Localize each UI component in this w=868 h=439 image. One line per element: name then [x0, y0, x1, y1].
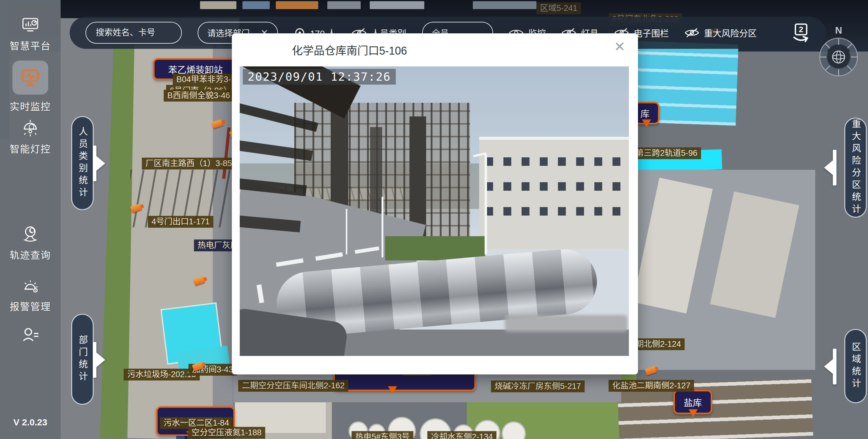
tab-label: 人员类别统计 — [76, 127, 89, 200]
map-camera-label[interactable]: 二期空分空压车间北侧2-162 — [238, 380, 348, 392]
map-building — [473, 1, 536, 9]
mode-2d-icon: 2 — [790, 22, 811, 43]
search-input-pill[interactable] — [86, 22, 182, 43]
compass-north-label: N — [817, 26, 860, 35]
map-camera-label[interactable]: 烧碱冷冻厂房东侧5-217 — [491, 380, 585, 392]
trajectory-query-icon — [21, 225, 40, 243]
expand-arrow-icon[interactable] — [833, 150, 836, 185]
realtime-monitor-icon — [20, 68, 41, 87]
sidebar: 智慧平台 实时监控 — [0, 0, 61, 439]
app-version: V 2.0.23 — [0, 417, 61, 428]
close-icon[interactable]: ✕ — [614, 40, 625, 53]
tab-major-risk-zone-stats[interactable]: 重大风险分区统计 — [844, 118, 867, 218]
video-timestamp: 2023/09/01 12:37:26 — [243, 69, 396, 85]
map-camera-label[interactable]: 污水垃圾场-202.13 — [124, 369, 200, 380]
map-building — [200, 1, 237, 9]
smart-platform-icon — [21, 17, 40, 34]
tab-label: 部门统计 — [76, 335, 89, 383]
expand-arrow-icon[interactable] — [93, 146, 96, 181]
map-building — [370, 1, 424, 9]
sidebar-item-person-list[interactable] — [0, 326, 61, 343]
sidebar-item-label: 实时监控 — [10, 99, 51, 113]
sidebar-item-label: 轨迹查询 — [10, 247, 51, 261]
mode-2d-button[interactable]: 2 — [790, 22, 811, 43]
redacted-watermark — [505, 315, 627, 332]
modal-title: 化学品仓库南门口5-106 — [292, 42, 407, 58]
map-camera-label[interactable]: 区域5-241 — [536, 2, 581, 14]
map-building — [327, 1, 361, 9]
active-item-highlight — [12, 61, 48, 95]
tab-label: 区域统计 — [849, 342, 862, 390]
map-camera-label[interactable]: 空分空压液氮1-188 — [188, 427, 265, 439]
sidebar-item-smart-platform[interactable]: 智慧平台 — [0, 17, 61, 52]
sidebar-item-smart-lamp[interactable]: 智能灯控 — [0, 119, 61, 155]
map-camera-label[interactable]: 化盐池二期南侧2-127 — [609, 380, 694, 392]
compass[interactable]: N — [817, 26, 860, 78]
app-root: 苯乙烯装卸站污水处理装置盐库库B04甲苯非芳3-106号门南（3-96）B西南侧… — [0, 0, 868, 439]
smart-lamp-icon — [21, 119, 40, 137]
map-building — [243, 1, 270, 9]
tab-label: 重大风险分区统计 — [849, 119, 862, 216]
camera-feed: 2023/09/01 12:37:26 — [240, 66, 629, 356]
svg-text:2: 2 — [799, 25, 803, 34]
map-camera-label[interactable]: 热电5#东侧3号 — [351, 431, 413, 439]
person-list-icon — [21, 326, 40, 343]
toggle-label: 电子围栏 — [634, 26, 669, 39]
sidebar-item-realtime-monitor[interactable]: 实时监控 — [0, 61, 61, 113]
sidebar-item-alarm-manage[interactable]: 报警管理 — [0, 276, 61, 313]
sidebar-item-label: 智慧平台 — [10, 38, 51, 52]
tab-area-stats[interactable]: 区域统计 — [844, 329, 867, 403]
map-camera-label[interactable]: 冷却水东侧2-134 — [427, 431, 496, 439]
compass-dial-icon — [817, 36, 860, 78]
sidebar-item-label: 智能灯控 — [10, 141, 51, 155]
map-poi-label[interactable]: 盐库 — [674, 390, 712, 414]
tab-department-stats[interactable]: 部门统计 — [71, 314, 94, 405]
sidebar-item-trajectory-query[interactable]: 轨迹查询 — [0, 225, 61, 261]
alarm-manage-icon — [21, 276, 40, 295]
map-camera-label[interactable]: 厂区南主路西（1）3-85 — [142, 158, 236, 170]
eye-off-icon — [685, 28, 699, 38]
expand-arrow-icon[interactable] — [833, 349, 836, 384]
tab-person-category-stats[interactable]: 人员类别统计 — [71, 116, 94, 210]
camera-modal: 化学品仓库南门口5-106 ✕ — [232, 33, 638, 374]
toggle-label: 重大风险分区 — [704, 26, 757, 39]
sidebar-item-label: 报警管理 — [10, 299, 51, 313]
map-camera-label[interactable]: B西南侧全貌3-46 — [164, 90, 234, 101]
expand-arrow-icon[interactable] — [93, 342, 96, 378]
map-camera-label[interactable]: 4号门出口1-171 — [148, 216, 213, 228]
toggle-major-risk-zone[interactable]: 重大风险分区 — [685, 26, 757, 39]
search-input[interactable] — [95, 28, 172, 38]
map-building — [276, 1, 318, 9]
